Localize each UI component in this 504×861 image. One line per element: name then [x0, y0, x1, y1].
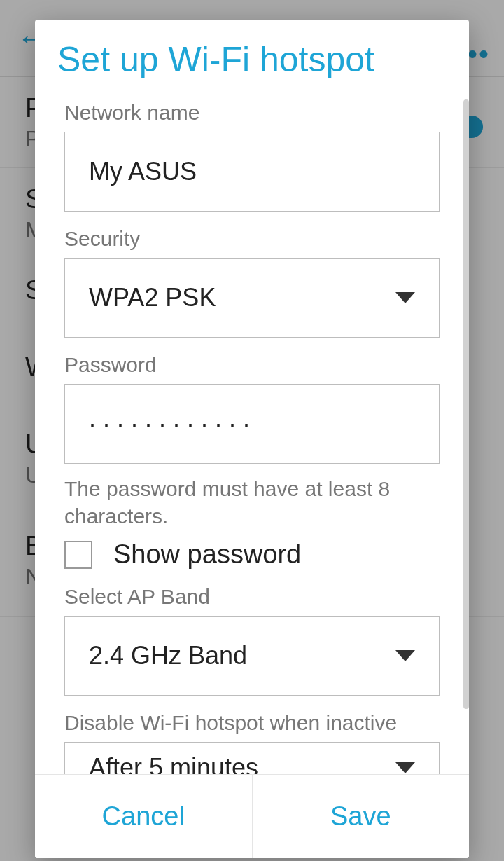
save-button[interactable]: Save	[252, 775, 470, 858]
network-name-field[interactable]	[89, 157, 415, 186]
disable-inactive-value: After 5 minutes	[89, 753, 258, 775]
disable-inactive-select[interactable]: After 5 minutes	[64, 742, 440, 774]
ap-band-label: Select AP Band	[64, 585, 440, 609]
wifi-hotspot-dialog: Set up Wi-Fi hotspot Network name Securi…	[35, 20, 469, 858]
chevron-down-icon	[396, 762, 415, 773]
dialog-actions: Cancel Save	[35, 774, 469, 858]
cancel-button[interactable]: Cancel	[35, 775, 252, 858]
network-name-label: Network name	[64, 101, 440, 125]
password-label: Password	[64, 353, 440, 377]
show-password-row[interactable]: Show password	[64, 539, 440, 570]
dialog-title: Set up Wi-Fi hotspot	[35, 20, 469, 85]
show-password-label: Show password	[113, 539, 301, 570]
scrollbar[interactable]	[463, 99, 469, 709]
security-value: WPA2 PSK	[89, 283, 216, 312]
disable-inactive-label: Disable Wi-Fi hotspot when inactive	[64, 711, 440, 735]
password-hint: The password must have at least 8 charac…	[64, 475, 440, 530]
security-select[interactable]: WPA2 PSK	[64, 258, 440, 338]
chevron-down-icon	[396, 292, 415, 303]
password-input[interactable]: ············	[64, 384, 440, 464]
ap-band-select[interactable]: 2.4 GHz Band	[64, 616, 440, 696]
ap-band-value: 2.4 GHz Band	[89, 641, 247, 670]
network-name-input[interactable]	[64, 132, 440, 212]
show-password-checkbox[interactable]	[64, 541, 92, 569]
dialog-body: Network name Security WPA2 PSK Password …	[35, 85, 469, 774]
security-label: Security	[64, 227, 440, 251]
password-masked-value: ············	[89, 409, 257, 439]
chevron-down-icon	[396, 650, 415, 661]
